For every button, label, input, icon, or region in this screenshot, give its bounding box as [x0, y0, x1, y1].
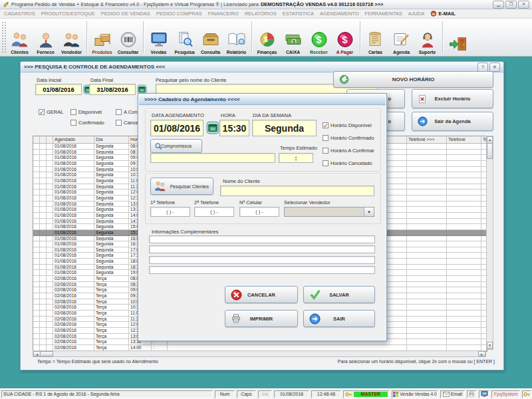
sair-button[interactable]: SAIR — [303, 310, 375, 327]
info-input-1[interactable] — [149, 235, 375, 243]
hora-input[interactable]: 15:30 — [219, 120, 249, 136]
table-cell — [407, 265, 447, 271]
column-header[interactable] — [40, 136, 47, 143]
help-icon[interactable]: ? — [477, 63, 488, 72]
toolbar-button-receber[interactable]: $Receber — [306, 19, 332, 56]
toolbar-button-fornece[interactable]: Fornece — [33, 19, 59, 56]
table-cell — [40, 178, 47, 184]
menu-item-cadastros[interactable]: CADASTROS — [4, 11, 35, 17]
caixa-icon: $ — [283, 29, 303, 49]
restore-button[interactable]: ❐ — [505, 1, 517, 9]
menu-item-pedido-de-vendas[interactable]: PEDIDO DE VENDAS — [101, 11, 150, 17]
table-cell — [33, 201, 40, 207]
pesquisar-clientes-button[interactable]: Pesquisar Clientes — [150, 178, 213, 195]
dialog-checkbox-hor-rio-cancelado[interactable]: Horário Cancelado — [323, 160, 372, 166]
status-printer[interactable] — [467, 390, 477, 398]
cancelar-button[interactable]: CANCELAR — [225, 286, 298, 303]
minimize-button[interactable]: ▁ — [493, 1, 504, 9]
menu-item-relat-rios[interactable]: RELATÓRIOS — [245, 11, 277, 17]
status-versao: Versão Vendas 4.0 — [392, 390, 438, 398]
tel2-input[interactable]: ( ) - — [194, 207, 234, 217]
data-agendamento-input[interactable]: 01/08/2016 — [150, 120, 203, 136]
toolbar-button-caixa[interactable]: $CAIXA — [280, 19, 306, 56]
menu-item-pedido-compras[interactable]: PEDIDO COMPRAS — [156, 11, 202, 17]
vendedor-dropdown[interactable]: ▼ — [284, 207, 374, 217]
status-key — [522, 390, 531, 398]
imprimir-button[interactable]: IMPRIMIR — [225, 310, 298, 327]
tempo-estimado-label: Tempo Estimado — [280, 145, 317, 151]
toolbar-button-a-pagar[interactable]: $A Pagar — [332, 19, 358, 56]
menu-item-label: PEDIDO DE VENDAS — [101, 11, 150, 17]
celular-input[interactable]: ( ) - — [239, 207, 279, 217]
table-cell — [33, 155, 40, 161]
dia-semana-input[interactable]: Segunda — [252, 120, 317, 136]
menu-item-ajuda[interactable]: AJUDA — [408, 11, 425, 17]
filter-checkbox-geral[interactable]: ✓GERAL — [39, 109, 63, 115]
column-header[interactable]: Agendado — [53, 136, 94, 143]
novo-horario-button[interactable]: NOVO HORÁRIO — [333, 71, 493, 88]
tempo-estimado-input[interactable]: : — [279, 153, 313, 163]
table-cell — [47, 172, 53, 178]
info-input-2[interactable] — [149, 245, 375, 253]
table-cell: Segunda — [94, 167, 129, 173]
scroll-right-icon[interactable]: ► — [478, 351, 485, 356]
vertical-scroll-thumb[interactable] — [487, 143, 493, 159]
menu-item-produtos-estoque[interactable]: PRODUTOS/ESTOQUE — [41, 11, 95, 17]
toolbar-button-vendas[interactable]: Vendas — [146, 19, 172, 56]
toolbar-button-finan-as[interactable]: $Finanças — [254, 19, 280, 56]
toolbar-button-consultar[interactable]: Consultar — [115, 19, 141, 56]
vertical-scrollbar[interactable]: ▲ ▼ — [486, 136, 493, 350]
dialog-checkbox-hor-rio-confirmado[interactable]: Horário Confirmado — [323, 135, 374, 141]
toolbar-button-exit[interactable] — [445, 19, 471, 56]
menu-item-estatistica[interactable]: ESTATISTICA — [283, 11, 314, 17]
dialog-checkbox-hor-rio-a-confirmar[interactable]: Horário A Confirmar — [323, 148, 374, 154]
compromisso-input[interactable] — [150, 153, 275, 163]
data-inicial-input[interactable]: 01/08/2016 — [35, 84, 82, 95]
info-input-3[interactable] — [149, 256, 375, 264]
column-header[interactable] — [47, 136, 53, 143]
close-icon[interactable]: ✕ — [489, 63, 500, 72]
nome-cliente-input[interactable] — [220, 186, 374, 196]
filter-checkbox-confirmado[interactable]: Confirmado — [70, 120, 104, 126]
toolbar-button-pesquisa[interactable]: Pesquisa — [172, 19, 198, 56]
dialog-calendar-icon[interactable] — [206, 121, 219, 137]
column-header[interactable]: Dia — [94, 136, 129, 143]
menu-item-financeiro[interactable]: FINANCEIRO — [208, 11, 239, 17]
info-input-4[interactable] — [149, 266, 375, 274]
close-button[interactable]: ✕ — [518, 1, 529, 9]
sair-agenda-button[interactable]: Sair da Agenda — [412, 112, 493, 131]
column-header[interactable] — [33, 136, 40, 143]
toolbar-button-clientes[interactable]: Clientes — [7, 19, 33, 56]
toolbar-button-agenda[interactable]: Agenda — [388, 19, 414, 56]
status-monitor[interactable] — [479, 390, 490, 398]
salvar-button[interactable]: SALVAR — [303, 286, 375, 303]
status-location: SUA CIDADE - RS 1 de Agosto de 2016 - Se… — [1, 390, 213, 398]
horizontal-scroll-thumb[interactable] — [40, 351, 53, 356]
toolbar-button-vendedor[interactable]: Vendedor — [59, 19, 84, 56]
toolbar-button-suporte[interactable]: Suporte — [414, 19, 440, 56]
table-cell — [33, 328, 40, 334]
filter-checkbox-dispon-vel[interactable]: Disponível — [70, 109, 102, 115]
scroll-down-icon[interactable]: ▼ — [487, 342, 493, 349]
toolbar-button-relat-rio[interactable]: Relatório — [223, 19, 249, 56]
dialog-checkbox-hor-rio-dispon-vel[interactable]: ✓Horário Disponível — [323, 122, 372, 128]
menu-item-e-mail[interactable]: E-MAIL — [430, 11, 456, 17]
horizontal-scrollbar[interactable]: ◄ ► — [33, 350, 486, 357]
excluir-horario-button[interactable]: Excluir Horário — [412, 89, 493, 108]
column-header[interactable]: Telefone >>> — [407, 136, 447, 143]
toolbar-button-consulta[interactable]: Consulta — [198, 19, 223, 56]
toolbar-button-produtos[interactable]: Produtos — [89, 19, 115, 56]
tel1-input[interactable]: ( ) - — [150, 207, 190, 217]
table-cell — [40, 219, 47, 225]
dialog-titlebar[interactable]: >>>> Cadastro do Agendamento <<<< — [139, 94, 386, 105]
compromissos-button[interactable]: Compromissos — [150, 139, 202, 153]
toolbar-button-cartas[interactable]: Cartas — [362, 19, 388, 56]
produtos-icon — [92, 29, 112, 49]
data-final-input[interactable]: 31/08/2016 — [89, 84, 136, 95]
column-header[interactable]: Telefone — [447, 136, 481, 143]
menu-item-ferramentas[interactable]: FERRAMENTAS — [365, 11, 402, 17]
menu-item-agendamento[interactable]: AGENDAMENTO — [320, 11, 359, 17]
status-email[interactable]: Email — [440, 390, 465, 398]
table-cell: 01/08/2016 — [53, 224, 94, 230]
chevron-down-icon[interactable]: ▼ — [364, 207, 374, 216]
